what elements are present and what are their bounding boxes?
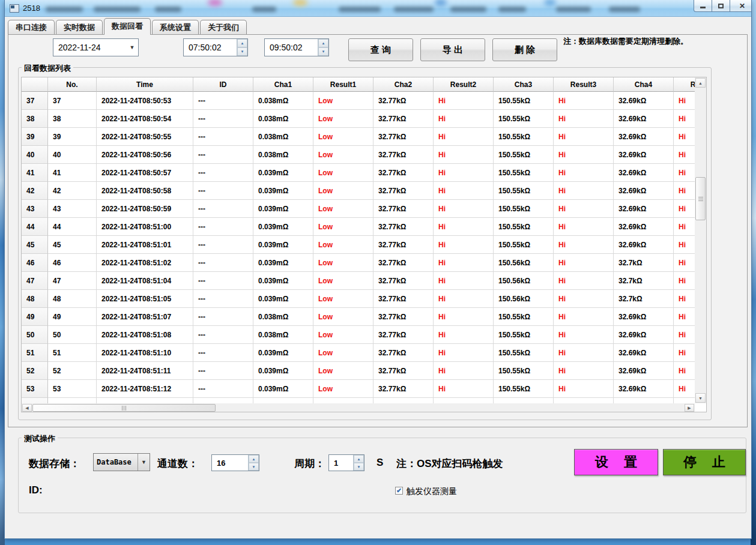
cell-result4[interactable]: Hi [674,236,695,254]
cell-cha1[interactable]: 0.039mΩ [253,218,313,236]
cell-cha4[interactable]: 32.69kΩ [614,236,674,254]
cell-cha2[interactable]: 32.77kΩ [373,308,434,326]
cell-result2[interactable]: Hi [434,92,494,110]
table-row[interactable]: 54542022-11-24T08:51:13---0.039mΩLow32.7… [22,398,695,403]
table-row[interactable]: 45452022-11-24T08:51:01---0.039mΩLow32.7… [22,236,695,254]
cell-time[interactable]: 2022-11-24T08:50:59 [97,200,193,218]
row-header[interactable]: 51 [22,344,48,362]
cell-cha4[interactable]: 32.69kΩ [614,380,674,398]
cell-cha4[interactable]: 32.69kΩ [614,128,674,146]
cell-cha3[interactable]: 150.55kΩ [494,308,554,326]
scroll-down-icon[interactable]: ▼ [695,393,706,403]
row-header[interactable]: 48 [22,290,48,308]
cell-cha2[interactable]: 32.77kΩ [373,236,434,254]
scroll-right-icon[interactable]: ▶ [685,404,694,412]
cell-result3[interactable]: Hi [554,272,614,290]
table-row[interactable]: 43432022-11-24T08:50:59---0.039mΩLow32.7… [22,200,695,218]
cell-result2[interactable]: Hi [434,164,494,182]
cell-result1[interactable]: Low [313,272,373,290]
cell-no[interactable]: 43 [48,200,97,218]
cell-cha4[interactable]: 32.7kΩ [614,254,674,272]
cell-cha1[interactable]: 0.039mΩ [253,398,313,403]
cell-no[interactable]: 51 [48,344,97,362]
table-row[interactable]: 51512022-11-24T08:51:10---0.039mΩLow32.7… [22,344,695,362]
cell-cha2[interactable]: 32.77kΩ [373,362,434,380]
cell-result1[interactable]: Low [313,218,373,236]
horizontal-scroll-thumb[interactable] [32,404,216,412]
cell-result1[interactable]: Low [313,398,373,403]
row-header[interactable]: 47 [22,272,48,290]
cell-cha4[interactable]: 32.69kΩ [614,92,674,110]
cell-id[interactable]: --- [193,308,253,326]
cell-cha3[interactable]: 150.56kΩ [494,290,554,308]
cell-result3[interactable]: Hi [554,326,614,344]
cell-result1[interactable]: Low [313,362,373,380]
cell-cha2[interactable]: 32.77kΩ [373,326,434,344]
cell-cha2[interactable]: 32.77kΩ [373,290,434,308]
table-row[interactable]: 47472022-11-24T08:51:04---0.039mΩLow32.7… [22,272,695,290]
cell-result3[interactable]: Hi [554,128,614,146]
cell-id[interactable]: --- [193,362,253,380]
cell-result3[interactable]: Hi [554,110,614,128]
cell-cha3[interactable]: 150.55kΩ [494,164,554,182]
table-row[interactable]: 42422022-11-24T08:50:58---0.039mΩLow32.7… [22,182,695,200]
cell-result4[interactable]: Hi [674,200,695,218]
column-header-cha1[interactable]: Cha1 [253,77,313,92]
cell-time[interactable]: 2022-11-24T08:51:13 [97,398,193,403]
cell-result2[interactable]: Hi [434,308,494,326]
cell-cha4[interactable]: 32.69kΩ [614,362,674,380]
cell-cha3[interactable]: 150.55kΩ [494,380,554,398]
cell-cha1[interactable]: 0.039mΩ [253,200,313,218]
row-header[interactable]: 52 [22,362,48,380]
cell-cha2[interactable]: 32.77kΩ [373,164,434,182]
cell-result4[interactable]: Hi [674,128,695,146]
cell-cha4[interactable]: 32.69kΩ [614,308,674,326]
table-row[interactable]: 52522022-11-24T08:51:11---0.039mΩLow32.7… [22,362,695,380]
column-header-id[interactable]: ID [193,77,253,92]
row-header[interactable]: 43 [22,200,48,218]
column-header-cha2[interactable]: Cha2 [373,77,434,92]
cell-cha1[interactable]: 0.039mΩ [253,164,313,182]
cell-id[interactable]: --- [193,344,253,362]
time-from-spinner[interactable]: 07:50:02 ▲▼ [183,38,248,56]
cell-no[interactable]: 41 [48,164,97,182]
cell-result1[interactable]: Low [313,182,373,200]
cell-cha3[interactable]: 150.55kΩ [494,326,554,344]
cell-id[interactable]: --- [193,200,253,218]
cell-result1[interactable]: Low [313,290,373,308]
cell-result4[interactable]: Hi [674,110,695,128]
cell-cha4[interactable]: 32.7kΩ [614,272,674,290]
cell-result3[interactable]: Hi [554,200,614,218]
cell-result4[interactable]: Hi [674,380,695,398]
scroll-left-icon[interactable]: ◀ [22,404,32,412]
spin-up-icon[interactable]: ▲ [354,455,364,463]
cell-cha1[interactable]: 0.038mΩ [253,128,313,146]
cell-cha2[interactable]: 32.77kΩ [373,380,434,398]
cell-result4[interactable]: Hi [674,272,695,290]
cell-result3[interactable]: Hi [554,254,614,272]
cell-no[interactable]: 42 [48,182,97,200]
cell-result3[interactable]: Hi [554,146,614,164]
cell-result3[interactable]: Hi [554,380,614,398]
cell-cha2[interactable]: 32.77kΩ [373,200,434,218]
cell-result1[interactable]: Low [313,380,373,398]
cell-id[interactable]: --- [193,398,253,403]
cell-no[interactable]: 53 [48,380,97,398]
row-header[interactable]: 44 [22,218,48,236]
cell-result3[interactable]: Hi [554,164,614,182]
column-header-result4[interactable]: Result4 [674,77,695,92]
cell-cha3[interactable]: 150.55kΩ [494,128,554,146]
grid-corner-cell[interactable] [22,77,48,92]
cell-no[interactable]: 49 [48,308,97,326]
cell-cha1[interactable]: 0.038mΩ [253,308,313,326]
column-header-cha3[interactable]: Cha3 [494,77,554,92]
tab-2[interactable]: 数据回看 [104,18,151,34]
cell-time[interactable]: 2022-11-24T08:51:08 [97,326,193,344]
cell-no[interactable]: 45 [48,236,97,254]
cell-no[interactable]: 46 [48,254,97,272]
set-button[interactable]: 设 置 [574,449,658,475]
cell-time[interactable]: 2022-11-24T08:51:12 [97,380,193,398]
table-row[interactable]: 49492022-11-24T08:51:07---0.038mΩLow32.7… [22,308,695,326]
cell-cha1[interactable]: 0.039mΩ [253,344,313,362]
cell-cha1[interactable]: 0.039mΩ [253,236,313,254]
